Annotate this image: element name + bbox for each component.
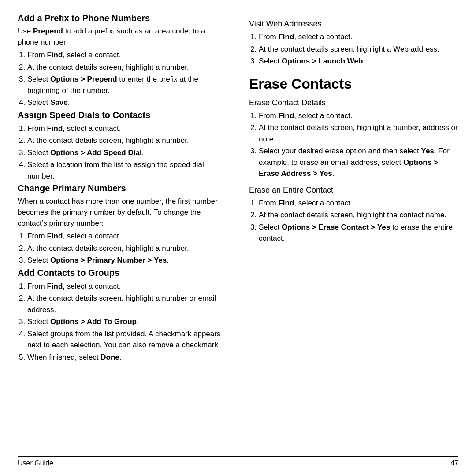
list-item: From Find, select a contact. — [27, 281, 227, 292]
section-speed-dial: Assign Speed Dials to Contacts From Find… — [18, 110, 227, 182]
footer-right: 47 — [450, 459, 458, 467]
list-item: Select your desired erase option and the… — [259, 145, 458, 179]
section-groups: Add Contacts to Groups From Find, select… — [18, 268, 227, 363]
footer: User Guide 47 — [18, 456, 458, 467]
intro-primary-numbers: When a contact has more than one number,… — [18, 196, 227, 229]
list-item: Select a location from the list to assig… — [27, 159, 227, 182]
steps-erase-entire: From Find, select a contact. At the cont… — [259, 197, 458, 244]
section-erase-details: Erase Contact Details From Find, select … — [249, 98, 458, 179]
list-item: Select Save. — [27, 97, 227, 108]
left-column: Add a Prefix to Phone Numbers Use Prepen… — [18, 13, 231, 452]
list-item: At the contact details screen, highlight… — [27, 135, 227, 146]
list-item: From Find, select a contact. — [259, 197, 458, 209]
list-item: At the contact details screen, highlight… — [27, 62, 227, 73]
list-item: At the contact details screen, highlight… — [259, 209, 458, 221]
footer-left: User Guide — [18, 459, 53, 467]
list-item: From Find, select a contact. — [27, 49, 227, 61]
list-item: When finished, select Done. — [27, 352, 227, 363]
list-item: At the contact details screen, highlight… — [27, 243, 227, 254]
heading-primary-numbers: Change Primary Numbers — [18, 183, 227, 193]
list-item: From Find, select a contact. — [259, 31, 458, 43]
heading-erase-entire: Erase an Entire Contact — [249, 186, 458, 195]
list-item: At the contact details screen, highlight… — [259, 44, 458, 55]
list-item: From Find, select a contact. — [27, 231, 227, 242]
heading-prefix: Add a Prefix to Phone Numbers — [18, 13, 227, 23]
page-container: Add a Prefix to Phone Numbers Use Prepen… — [0, 0, 476, 476]
heading-speed-dial: Assign Speed Dials to Contacts — [18, 110, 227, 120]
section-erase-entire: Erase an Entire Contact From Find, selec… — [249, 186, 458, 244]
list-item: At the contact details screen, highlight… — [27, 293, 227, 315]
list-item: Select Options > Add To Group. — [27, 316, 227, 327]
list-item: Select Options > Prepend to enter the pr… — [27, 74, 227, 96]
heading-visit-web: Visit Web Addresses — [249, 19, 458, 29]
list-item: Select Options > Primary Number > Yes. — [27, 255, 227, 266]
section-primary-numbers: Change Primary Numbers When a contact ha… — [18, 183, 227, 266]
steps-erase-details: From Find, select a contact. At the cont… — [259, 110, 458, 179]
heading-erase-contacts: Erase Contacts — [249, 76, 458, 92]
list-item: From Find, select a contact. — [27, 123, 227, 134]
steps-visit-web: From Find, select a contact. At the cont… — [259, 31, 458, 67]
section-prefix: Add a Prefix to Phone Numbers Use Prepen… — [18, 13, 227, 108]
list-item: Select Options > Add Speed Dial. — [27, 147, 227, 159]
right-column: Visit Web Addresses From Find, select a … — [245, 13, 458, 452]
intro-prefix: Use Prepend to add a prefix, such as an … — [18, 26, 227, 48]
heading-erase-details: Erase Contact Details — [249, 98, 458, 108]
list-item: From Find, select a contact. — [259, 110, 458, 122]
list-item: Select Options > Launch Web. — [259, 56, 458, 67]
content-columns: Add a Prefix to Phone Numbers Use Prepen… — [18, 13, 458, 452]
list-item: Select Options > Erase Contact > Yes to … — [259, 222, 458, 244]
list-item: Select groups from the list provided. A … — [27, 328, 227, 351]
section-visit-web: Visit Web Addresses From Find, select a … — [249, 19, 458, 67]
steps-groups: From Find, select a contact. At the cont… — [27, 281, 227, 363]
steps-speed-dial: From Find, select a contact. At the cont… — [27, 123, 227, 182]
steps-prefix: From Find, select a contact. At the cont… — [27, 49, 227, 108]
heading-groups: Add Contacts to Groups — [18, 268, 227, 278]
steps-primary-numbers: From Find, select a contact. At the cont… — [27, 231, 227, 266]
list-item: At the contact details screen, highlight… — [259, 122, 458, 145]
